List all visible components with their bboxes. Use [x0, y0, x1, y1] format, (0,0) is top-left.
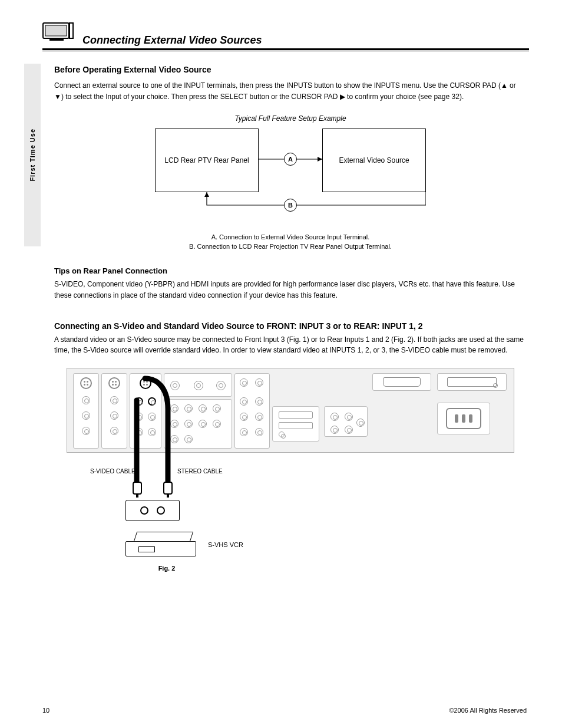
- page-footer: 10 ©2006 All Rights Reserved: [0, 707, 562, 714]
- input-group-1: [73, 373, 99, 449]
- rear-panel-illustration: [67, 368, 514, 453]
- svg-rect-18: [136, 493, 138, 498]
- aux-jack-1: [140, 506, 148, 515]
- power-inlet: [437, 403, 490, 434]
- vcr-label: S-VHS VCR: [208, 541, 243, 548]
- vga-port: [372, 373, 431, 391]
- caption-b: B. Connection to LCD Rear Projection TV …: [54, 243, 527, 250]
- caption-a: A. Connection to External Video Source I…: [54, 233, 527, 241]
- svg-rect-17: [133, 482, 141, 494]
- page-title: Connecting External Video Sources: [82, 34, 262, 47]
- svg-rect-2: [70, 23, 73, 38]
- vcr-illustration: S-VHS VCR: [125, 532, 202, 556]
- aux-input-box: [125, 500, 180, 521]
- side-tab-label: First Time Use: [29, 129, 36, 182]
- dvi-port: [437, 373, 507, 391]
- svideo-cable-label: S-VIDEO CABLE: [90, 468, 135, 475]
- input-group-3-highlighted: [130, 373, 161, 449]
- svg-rect-19: [164, 482, 172, 494]
- header-rule: [42, 48, 529, 50]
- figure-label: Fig. 2: [0, 565, 514, 572]
- tv-icon: [42, 21, 74, 44]
- audio-out-group: [324, 406, 368, 437]
- component-group-2: [234, 373, 270, 449]
- svg-rect-3: [49, 39, 64, 41]
- connection-diagram: LCD Rear PTV Rear Panel External Video S…: [155, 129, 426, 229]
- rear-panel-assembly: S-VIDEO CABLE STEREO CABLE S-VHS VCR Fig…: [67, 368, 514, 572]
- hdmi-group: [272, 406, 319, 442]
- copyright: ©2006 All Rights Reserved: [449, 707, 527, 714]
- input-group-2: [101, 373, 127, 449]
- tips-section: Tips on Rear Panel Connection S-VIDEO, C…: [54, 266, 527, 301]
- svideo-section: Connecting an S-Video and Standard Video…: [54, 321, 527, 572]
- tips-body: S-VIDEO, Component video (Y-PBPR) and HD…: [54, 279, 527, 301]
- coax-group: [164, 373, 232, 397]
- aux-jack-2: [157, 506, 165, 515]
- svideo-heading: Connecting an S-Video and Standard Video…: [54, 321, 527, 331]
- svg-rect-1: [45, 25, 67, 36]
- side-tab: First Time Use: [24, 64, 41, 246]
- before-connect-body: Connect an external source to one of the…: [54, 80, 527, 103]
- page-number: 10: [42, 707, 49, 714]
- example-caption: Typical Full Feature Setup Example: [54, 114, 527, 123]
- component-group-1: [164, 399, 232, 449]
- before-connect-heading: Before Operating External Video Source: [54, 65, 527, 74]
- stereo-cable-label: STEREO CABLE: [177, 468, 223, 475]
- header-rule-thin: [42, 51, 529, 51]
- diagram-b-path: [155, 129, 426, 229]
- svideo-body: A standard video or an S-Video source ma…: [54, 334, 527, 356]
- tips-heading: Tips on Rear Panel Connection: [54, 266, 527, 275]
- svg-rect-20: [167, 493, 169, 498]
